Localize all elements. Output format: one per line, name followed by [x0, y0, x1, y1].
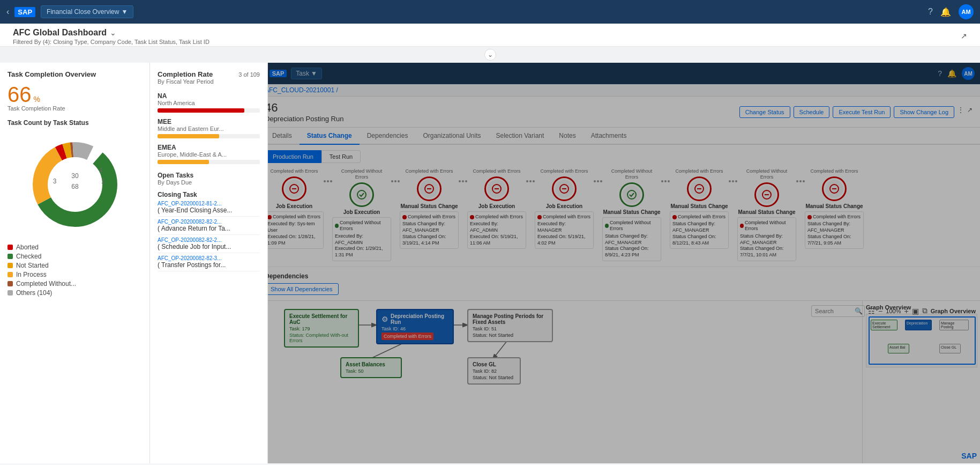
expand-collapse-button[interactable]: ⌄: [484, 49, 496, 61]
region-na-code: NA: [158, 92, 260, 100]
region-emea-code: EMEA: [158, 144, 260, 151]
task-completion-title: Task Completion Overview: [8, 70, 142, 78]
dashboard-dropdown-icon[interactable]: ⌄: [110, 28, 116, 37]
dashboard-title: AFC Global Dashboard: [13, 28, 107, 38]
comp-rate-title: Completion Rate: [158, 70, 214, 78]
legend-dot-not-started: [8, 263, 13, 268]
closing-task-item-1[interactable]: AFC_OP-20200012-81-2...( Year-End Closin…: [158, 198, 260, 217]
region-emea-bar: [158, 160, 209, 164]
legend-others: Others (104): [8, 289, 142, 297]
donut-label-1: 1: [101, 178, 104, 185]
completion-pct: %: [34, 95, 40, 104]
closing-task-item-4[interactable]: AFC_OP-20200082-82-3...( Transfer Postin…: [158, 253, 260, 271]
legend-dot-in-process: [8, 272, 13, 277]
bell-icon[interactable]: 🔔: [940, 7, 951, 17]
help-icon[interactable]: ?: [928, 7, 933, 17]
closing-task-item-3[interactable]: AFC_OP-20200082-82-2...( Schedule Job fo…: [158, 235, 260, 253]
legend-not-started: Not Started: [8, 262, 142, 269]
legend-list: Aborted Checked Not Started In Process C…: [8, 243, 142, 297]
region-emea: EMEA Europe, Middle-East & A...: [158, 144, 260, 164]
donut-label-30: 30: [71, 172, 79, 180]
legend-dot-completed-without: [8, 281, 13, 286]
legend-completed-without: Completed Without...: [8, 280, 142, 287]
top-nav-right: ? 🔔 AM: [928, 4, 974, 19]
sap-logo: SAP: [14, 7, 35, 17]
donut-label-4: 4: [99, 167, 102, 174]
donut-svg: 30 68 3 4 1: [21, 131, 129, 238]
completion-rate-panel: Completion Rate By Fiscal Year Period 3 …: [150, 63, 268, 463]
open-tasks-title: Open Tasks: [158, 172, 260, 179]
filter-text: Filtered By (4): Closing Type, Company C…: [13, 38, 210, 46]
right-area: Completion Rate By Open Task List and Fi…: [268, 63, 980, 463]
task-completion-panel: Task Completion Overview 66 % Task Compl…: [0, 63, 150, 463]
comp-rate-subtitle: By Fiscal Year Period: [158, 78, 214, 85]
region-na: NA North America: [158, 92, 260, 113]
donut-label-3: 3: [53, 178, 56, 185]
modal-overlay: [268, 63, 980, 463]
region-na-bar-track: [158, 108, 260, 113]
closing-task-section: Closing Task AFC_OP-20200012-81-2...( Ye…: [158, 191, 260, 271]
completion-label: Task Completion Rate: [8, 105, 142, 112]
dash-header-left: AFC Global Dashboard ⌄ Filtered By (4): …: [13, 28, 210, 46]
collapse-bar: ⌄: [0, 47, 980, 63]
region-emea-bar-track: [158, 160, 260, 164]
completion-rate-number: 66: [8, 84, 32, 105]
region-mee-bar: [158, 134, 219, 138]
closing-task-title: Closing Task: [158, 191, 260, 198]
back-button[interactable]: ‹: [6, 7, 9, 17]
open-tasks-section: Open Tasks By Days Due: [158, 172, 260, 186]
app-title-button[interactable]: Financial Close Overview ▼: [41, 5, 133, 18]
region-na-bar: [158, 108, 244, 113]
legend-aborted: Aborted: [8, 243, 142, 251]
region-mee-code: MEE: [158, 118, 260, 126]
region-mee-bar-track: [158, 134, 260, 138]
region-na-name: North America: [158, 100, 260, 106]
legend-checked: Checked: [8, 253, 142, 260]
legend-in-process: In Process: [8, 271, 142, 278]
avatar[interactable]: AM: [959, 4, 974, 19]
top-nav: ‹ SAP Financial Close Overview ▼ ? 🔔 AM: [0, 0, 980, 24]
region-emea-name: Europe, Middle-East & A...: [158, 151, 260, 158]
legend-dot-others: [8, 290, 13, 296]
donut-label-68: 68: [71, 183, 79, 190]
region-mee-name: Middle and Eastern Eur...: [158, 126, 260, 132]
donut-chart: 30 68 3 4 1: [21, 131, 129, 238]
open-tasks-subtitle: By Days Due: [158, 179, 260, 186]
export-icon[interactable]: ↗: [961, 32, 967, 42]
legend-dot-aborted: [8, 245, 13, 250]
task-count-title: Task Count by Task Status: [8, 119, 142, 127]
closing-task-item-2[interactable]: AFC_OP-20200082-82-2...( Advance Return …: [158, 217, 260, 235]
legend-dot-checked: [8, 254, 13, 259]
period-count: 3 of 109: [238, 71, 260, 78]
region-mee: MEE Middle and Eastern Eur...: [158, 118, 260, 138]
main-content: Task Completion Overview 66 % Task Compl…: [0, 63, 980, 463]
